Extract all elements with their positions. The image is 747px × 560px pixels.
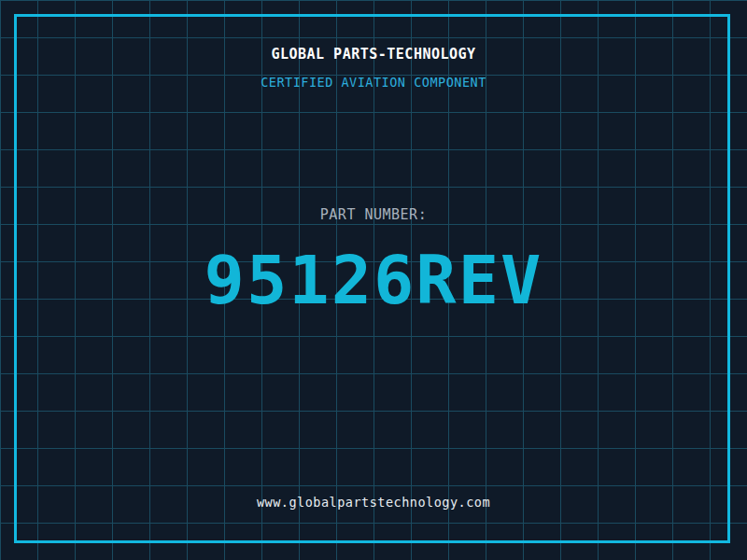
part-number-label: PART NUMBER: xyxy=(0,206,747,223)
certificate-card: GLOBAL PARTS-TECHNOLOGY CERTIFIED AVIATI… xyxy=(0,0,747,560)
website-url: www.globalpartstechnology.com xyxy=(0,495,747,510)
certification-subtitle: CERTIFIED AVIATION COMPONENT xyxy=(0,75,747,90)
part-number-value: 95126REV xyxy=(0,246,747,314)
company-title: GLOBAL PARTS-TECHNOLOGY xyxy=(0,46,747,63)
